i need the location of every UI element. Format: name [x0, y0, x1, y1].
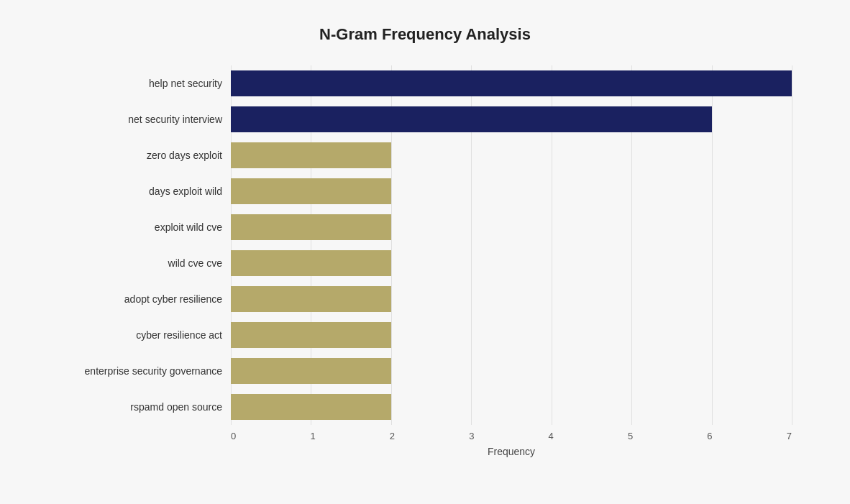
- x-axis: 01234567: [231, 431, 792, 441]
- bar-track: [231, 173, 792, 209]
- x-tick: 4: [549, 431, 554, 441]
- x-tick: 0: [231, 431, 236, 441]
- bar-label: adopt cyber resilience: [58, 293, 231, 305]
- x-axis-title: Frequency: [231, 446, 792, 457]
- bar-row: cyber resilience act: [58, 317, 792, 353]
- bar-fill: [231, 394, 391, 420]
- bar-label: cyber resilience act: [58, 329, 231, 341]
- bar-track: [231, 65, 792, 101]
- x-axis-labels: 01234567: [231, 431, 792, 441]
- bar-track: [231, 389, 792, 425]
- grid-line: [792, 65, 792, 425]
- bar-row: wild cve cve: [58, 245, 792, 281]
- bar-label: help net security: [58, 78, 231, 89]
- bar-track: [231, 281, 792, 317]
- bar-label: wild cve cve: [58, 257, 231, 269]
- x-tick: 6: [707, 431, 712, 441]
- bar-fill: [231, 358, 391, 384]
- bar-fill: [231, 106, 712, 132]
- bar-fill: [231, 70, 792, 96]
- bar-row: enterprise security governance: [58, 353, 792, 389]
- bar-fill: [231, 322, 391, 348]
- bar-label: rspamd open source: [58, 401, 231, 413]
- x-tick: 7: [787, 431, 792, 441]
- bar-row: zero days exploit: [58, 137, 792, 173]
- x-tick: 1: [310, 431, 315, 441]
- bar-label: net security interview: [58, 114, 231, 125]
- bar-fill: [231, 250, 391, 276]
- bar-track: [231, 137, 792, 173]
- bar-label: exploit wild cve: [58, 221, 231, 233]
- chart-title: N-Gram Frequency Analysis: [58, 25, 792, 44]
- bar-fill: [231, 286, 391, 312]
- bar-label: zero days exploit: [58, 150, 231, 161]
- bar-row: exploit wild cve: [58, 209, 792, 245]
- bar-track: [231, 317, 792, 353]
- bar-row: help net security: [58, 65, 792, 101]
- bar-fill: [231, 214, 391, 240]
- bar-track: [231, 101, 792, 137]
- bar-row: net security interview: [58, 101, 792, 137]
- bar-track: [231, 245, 792, 281]
- bar-label: days exploit wild: [58, 185, 231, 197]
- bar-label: enterprise security governance: [58, 365, 231, 377]
- bar-track: [231, 353, 792, 389]
- x-tick: 2: [390, 431, 395, 441]
- bar-track: [231, 209, 792, 245]
- bar-row: adopt cyber resilience: [58, 281, 792, 317]
- bar-fill: [231, 142, 391, 168]
- bar-row: rspamd open source: [58, 389, 792, 425]
- bar-fill: [231, 178, 391, 204]
- x-tick: 3: [469, 431, 474, 441]
- x-tick: 5: [628, 431, 633, 441]
- bar-row: days exploit wild: [58, 173, 792, 209]
- chart-container: N-Gram Frequency Analysis help net secur…: [29, 4, 821, 500]
- chart-area: help net securitynet security interviewz…: [58, 65, 792, 425]
